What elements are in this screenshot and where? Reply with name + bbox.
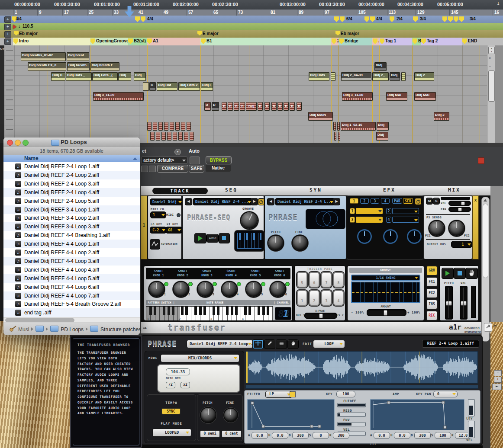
add-meter-button[interactable]: +	[4, 16, 11, 23]
black-key[interactable]	[213, 307, 215, 315]
audio-clip[interactable]: Didj	[134, 72, 146, 81]
master-pitch-slider[interactable]	[445, 286, 453, 320]
phrase-fine-knob[interactable]	[224, 409, 237, 422]
marker-flag-icon[interactable]	[201, 38, 206, 44]
audio-clip[interactable]: Didj I	[201, 82, 213, 91]
marker-flag-icon[interactable]	[147, 38, 152, 44]
meter-flag-icon[interactable]	[448, 16, 453, 22]
tab-efx[interactable]: EFX	[383, 187, 396, 193]
audio-clip[interactable]	[156, 132, 160, 141]
bars-ruler[interactable]: 19172533414957657381899710511312914516	[0, 10, 503, 16]
stepper-icon[interactable]: ▴▾	[493, 324, 498, 330]
marker-region[interactable]: 2	[331, 38, 339, 45]
audio-clip[interactable]: D	[284, 102, 289, 111]
master-stop-button[interactable]	[454, 268, 466, 279]
audio-clip[interactable]	[337, 122, 340, 131]
key-pan-dropdown[interactable]: 0	[433, 391, 458, 397]
tab-seq[interactable]: SEQ	[225, 187, 238, 193]
edit-vscrollbar[interactable]: az » −	[487, 45, 495, 143]
zoom-out-button[interactable]: −	[494, 370, 502, 376]
trigger-pad-8[interactable]: 8	[333, 272, 344, 288]
pan-slider[interactable]	[448, 207, 471, 212]
smart-knob-3[interactable]	[198, 282, 213, 297]
smart-knob-1[interactable]	[149, 282, 164, 297]
audio-clip[interactable]	[181, 122, 185, 131]
finder-hscrollbar[interactable]	[3, 317, 140, 323]
zoom-in-button[interactable]: +	[494, 377, 502, 383]
marker-flag-icon[interactable]	[332, 38, 336, 44]
audio-clip[interactable]: Didj breath	[67, 62, 90, 71]
audio-clip[interactable]: Didj Hat	[157, 82, 177, 91]
audio-clip[interactable]	[401, 72, 406, 81]
target-button[interactable]	[478, 157, 484, 164]
trigger-pad-2[interactable]: 2	[309, 290, 319, 306]
tab-mix[interactable]: MIX	[448, 187, 461, 193]
hscroll-thumb[interactable]	[5, 318, 74, 322]
audio-clip[interactable]: Didj breat	[67, 52, 89, 61]
meter-flag-icon[interactable]	[454, 16, 458, 22]
marker-region[interactable]: B	[412, 38, 421, 45]
file-row[interactable]: ♫Daniel Didj REEF 2-4 Loop 2.aiff	[3, 171, 140, 179]
audio-clip[interactable]: Didj H	[51, 72, 65, 81]
audio-clip[interactable]: Didj 2_	[372, 72, 389, 81]
seq-groove-knob[interactable]	[241, 212, 258, 229]
filter-d-value[interactable]: 300	[292, 432, 309, 439]
hi-key-dropdown[interactable]: G8	[165, 227, 182, 234]
audio-clip[interactable]: Didj breath FX_0	[28, 62, 66, 71]
black-key[interactable]	[181, 307, 184, 315]
marker-region[interactable]: Bridge	[339, 38, 373, 45]
automation-button[interactable]	[150, 239, 160, 250]
trigger-pad-4[interactable]: 4	[333, 290, 344, 306]
amp-d-value[interactable]: 300	[414, 432, 431, 439]
meter-flag-icon[interactable]	[370, 16, 375, 22]
file-row[interactable]: ♫Daniel Didj REEF 3-4 Loop 2.aiff	[3, 214, 140, 222]
groove-preset-dropdown[interactable]: 1/16 SWING	[351, 275, 420, 281]
file-row[interactable]: ♫Daniel Didj REEF 4-4 Loop 2.aiff	[3, 248, 140, 257]
meter-ruler[interactable]: +4/44/46/44/42/43/43/4	[0, 16, 503, 23]
filter-type-dropdown[interactable]: LP	[265, 391, 292, 398]
black-key[interactable]	[248, 307, 251, 315]
slider-thumb[interactable]	[461, 301, 467, 306]
reso-slider[interactable]	[337, 413, 366, 417]
preset-save-icon[interactable]	[141, 166, 148, 172]
maximize-button[interactable]	[23, 140, 29, 146]
audio-clip[interactable]: D	[258, 102, 263, 111]
tab-syn[interactable]: SYN	[310, 187, 322, 193]
trigger-pad-6[interactable]: 6	[309, 272, 319, 288]
smart-knob-5[interactable]	[246, 282, 261, 297]
audio-clip[interactable]	[173, 132, 177, 141]
audio-clip[interactable]: D	[234, 102, 239, 111]
preset-dropdown[interactable]: actory default>	[141, 157, 187, 164]
ruler-tray-icon[interactable]: ↧	[495, 1, 501, 8]
audio-clip[interactable]	[178, 132, 183, 141]
timecode-ruler[interactable]: 00:00:00:0000:00:30:0000:01:00:0000:01:3…	[0, 0, 503, 10]
eraser-tool-button[interactable]	[276, 339, 287, 349]
path-item[interactable]: Musi	[18, 326, 29, 333]
vel-slider[interactable]	[468, 421, 475, 438]
audio-clip[interactable]: Didj Hats 2	[178, 82, 200, 91]
audio-clip[interactable]: Didj 2	[434, 112, 449, 121]
scroll-thumb[interactable]	[488, 70, 495, 102]
audio-clip[interactable]: Didj breath F	[90, 62, 119, 71]
add-marker-button[interactable]: +	[4, 38, 11, 45]
audio-clip[interactable]	[331, 72, 335, 81]
meter-flag-icon[interactable]	[141, 16, 145, 22]
waveform-display[interactable]	[245, 351, 478, 384]
black-key[interactable]	[235, 307, 238, 315]
bpm-half-button[interactable]: /2	[166, 382, 175, 388]
syn-pitch-knob[interactable]	[268, 236, 283, 250]
audio-clip[interactable]	[333, 122, 336, 131]
audio-clip[interactable]	[147, 122, 152, 131]
meter-flag-icon[interactable]	[334, 16, 339, 22]
audio-clip[interactable]: D	[264, 102, 270, 111]
marker-region[interactable]: Tag 2	[421, 38, 462, 45]
xfade-slider[interactable]	[304, 313, 337, 319]
collapse-icon[interactable]: −	[489, 64, 491, 69]
efx-knob-1[interactable]	[358, 230, 371, 243]
lev-slider[interactable]	[468, 399, 475, 416]
audio-clip[interactable]	[158, 122, 163, 131]
marker-region[interactable]: END	[462, 38, 503, 45]
efx-tab-2[interactable]: 2	[360, 198, 369, 204]
name-column-header[interactable]: Name	[3, 155, 140, 163]
audio-clip[interactable]: Didj breaths_01-02	[21, 52, 66, 61]
